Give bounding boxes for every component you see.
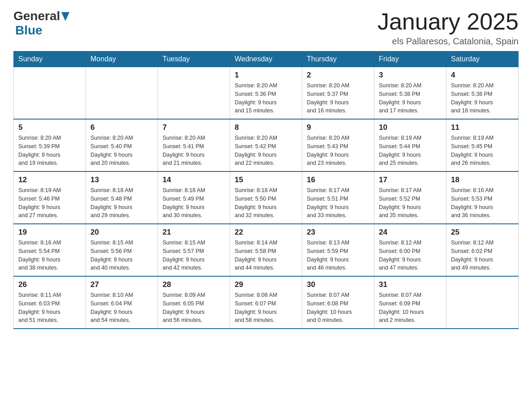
day-info: Sunrise: 8:20 AM Sunset: 5:37 PM Dayligh… — [307, 81, 369, 115]
calendar-week-0: 1Sunrise: 8:20 AM Sunset: 5:36 PM Daylig… — [14, 67, 519, 120]
day-info: Sunrise: 8:20 AM Sunset: 5:38 PM Dayligh… — [379, 81, 442, 115]
day-number: 29 — [235, 280, 297, 289]
day-number: 17 — [379, 176, 442, 184]
calendar-title: January 2025 — [378, 9, 519, 34]
header-cell-saturday: Saturday — [446, 51, 519, 67]
calendar-cell — [446, 276, 519, 329]
calendar-cell: 4Sunrise: 8:20 AM Sunset: 5:38 PM Daylig… — [446, 67, 519, 120]
day-number: 31 — [379, 280, 442, 289]
day-info: Sunrise: 8:08 AM Sunset: 6:07 PM Dayligh… — [235, 291, 297, 325]
logo: General Blue — [13, 9, 69, 38]
calendar-cell: 29Sunrise: 8:08 AM Sunset: 6:07 PM Dayli… — [230, 276, 302, 329]
day-info: Sunrise: 8:19 AM Sunset: 5:45 PM Dayligh… — [451, 134, 514, 167]
calendar-table: SundayMondayTuesdayWednesdayThursdayFrid… — [13, 51, 519, 329]
day-info: Sunrise: 8:14 AM Sunset: 5:58 PM Dayligh… — [235, 239, 297, 272]
day-number: 26 — [18, 280, 81, 289]
calendar-cell: 28Sunrise: 8:09 AM Sunset: 6:05 PM Dayli… — [158, 276, 230, 329]
header-cell-friday: Friday — [374, 51, 446, 67]
day-number: 11 — [451, 123, 514, 132]
day-info: Sunrise: 8:20 AM Sunset: 5:36 PM Dayligh… — [235, 81, 297, 115]
day-number: 6 — [90, 123, 153, 132]
calendar-cell: 19Sunrise: 8:16 AM Sunset: 5:54 PM Dayli… — [14, 224, 86, 276]
day-info: Sunrise: 8:19 AM Sunset: 5:46 PM Dayligh… — [18, 186, 81, 220]
day-info: Sunrise: 8:15 AM Sunset: 5:57 PM Dayligh… — [163, 239, 225, 272]
day-info: Sunrise: 8:19 AM Sunset: 5:44 PM Dayligh… — [379, 134, 442, 167]
calendar-cell: 3Sunrise: 8:20 AM Sunset: 5:38 PM Daylig… — [374, 67, 446, 120]
calendar-cell: 15Sunrise: 8:18 AM Sunset: 5:50 PM Dayli… — [230, 171, 302, 224]
calendar-cell: 8Sunrise: 8:20 AM Sunset: 5:42 PM Daylig… — [230, 119, 302, 171]
calendar-cell: 22Sunrise: 8:14 AM Sunset: 5:58 PM Dayli… — [230, 224, 302, 276]
day-info: Sunrise: 8:18 AM Sunset: 5:50 PM Dayligh… — [235, 186, 297, 220]
day-number: 24 — [379, 228, 442, 237]
calendar-cell: 9Sunrise: 8:20 AM Sunset: 5:43 PM Daylig… — [302, 119, 374, 171]
calendar-header: SundayMondayTuesdayWednesdayThursdayFrid… — [14, 51, 519, 67]
logo-arrow-icon — [61, 12, 69, 23]
header-cell-thursday: Thursday — [302, 51, 374, 67]
day-number: 5 — [18, 123, 81, 132]
day-number: 19 — [18, 228, 81, 237]
calendar-week-4: 26Sunrise: 8:11 AM Sunset: 6:03 PM Dayli… — [14, 276, 519, 329]
calendar-cell: 5Sunrise: 8:20 AM Sunset: 5:39 PM Daylig… — [14, 119, 86, 171]
day-info: Sunrise: 8:20 AM Sunset: 5:38 PM Dayligh… — [451, 81, 514, 115]
calendar-cell — [86, 67, 158, 120]
day-info: Sunrise: 8:07 AM Sunset: 6:09 PM Dayligh… — [379, 291, 442, 325]
day-number: 12 — [18, 176, 81, 184]
calendar-cell: 30Sunrise: 8:07 AM Sunset: 6:08 PM Dayli… — [302, 276, 374, 329]
calendar-week-3: 19Sunrise: 8:16 AM Sunset: 5:54 PM Dayli… — [14, 224, 519, 276]
calendar-cell: 21Sunrise: 8:15 AM Sunset: 5:57 PM Dayli… — [158, 224, 230, 276]
header-row: SundayMondayTuesdayWednesdayThursdayFrid… — [14, 51, 519, 67]
calendar-cell: 27Sunrise: 8:10 AM Sunset: 6:04 PM Dayli… — [86, 276, 158, 329]
day-number: 8 — [235, 123, 297, 132]
day-number: 15 — [235, 176, 297, 184]
day-info: Sunrise: 8:09 AM Sunset: 6:05 PM Dayligh… — [163, 291, 225, 325]
calendar-cell: 24Sunrise: 8:12 AM Sunset: 6:00 PM Dayli… — [374, 224, 446, 276]
header-cell-monday: Monday — [86, 51, 158, 67]
day-info: Sunrise: 8:11 AM Sunset: 6:03 PM Dayligh… — [18, 291, 81, 325]
calendar-cell: 10Sunrise: 8:19 AM Sunset: 5:44 PM Dayli… — [374, 119, 446, 171]
day-info: Sunrise: 8:20 AM Sunset: 5:41 PM Dayligh… — [163, 134, 225, 167]
day-info: Sunrise: 8:12 AM Sunset: 6:02 PM Dayligh… — [451, 239, 514, 272]
day-info: Sunrise: 8:13 AM Sunset: 5:59 PM Dayligh… — [307, 239, 369, 272]
day-info: Sunrise: 8:15 AM Sunset: 5:56 PM Dayligh… — [90, 239, 153, 272]
calendar-cell: 25Sunrise: 8:12 AM Sunset: 6:02 PM Dayli… — [446, 224, 519, 276]
day-number: 7 — [163, 123, 225, 132]
day-number: 21 — [163, 228, 225, 237]
logo-blue-text: Blue — [15, 23, 43, 38]
calendar-cell: 11Sunrise: 8:19 AM Sunset: 5:45 PM Dayli… — [446, 119, 519, 171]
day-info: Sunrise: 8:18 AM Sunset: 5:48 PM Dayligh… — [90, 186, 153, 220]
day-number: 1 — [235, 71, 297, 80]
day-number: 16 — [307, 176, 369, 184]
header-cell-tuesday: Tuesday — [158, 51, 230, 67]
calendar-cell: 18Sunrise: 8:16 AM Sunset: 5:53 PM Dayli… — [446, 171, 519, 224]
day-number: 13 — [90, 176, 153, 184]
calendar-cell: 17Sunrise: 8:17 AM Sunset: 5:52 PM Dayli… — [374, 171, 446, 224]
calendar-cell — [158, 67, 230, 120]
calendar-cell: 1Sunrise: 8:20 AM Sunset: 5:36 PM Daylig… — [230, 67, 302, 120]
calendar-cell: 23Sunrise: 8:13 AM Sunset: 5:59 PM Dayli… — [302, 224, 374, 276]
day-number: 20 — [90, 228, 153, 237]
calendar-week-2: 12Sunrise: 8:19 AM Sunset: 5:46 PM Dayli… — [14, 171, 519, 224]
calendar-cell — [14, 67, 86, 120]
calendar-cell: 13Sunrise: 8:18 AM Sunset: 5:48 PM Dayli… — [86, 171, 158, 224]
day-number: 2 — [307, 71, 369, 80]
day-number: 23 — [307, 228, 369, 237]
day-info: Sunrise: 8:17 AM Sunset: 5:52 PM Dayligh… — [379, 186, 442, 220]
day-info: Sunrise: 8:20 AM Sunset: 5:42 PM Dayligh… — [235, 134, 297, 167]
day-number: 9 — [307, 123, 369, 132]
calendar-subtitle: els Pallaresos, Catalonia, Spain — [378, 36, 519, 47]
day-number: 27 — [90, 280, 153, 289]
day-info: Sunrise: 8:17 AM Sunset: 5:51 PM Dayligh… — [307, 186, 369, 220]
day-number: 25 — [451, 228, 514, 237]
day-info: Sunrise: 8:07 AM Sunset: 6:08 PM Dayligh… — [307, 291, 369, 325]
calendar-cell: 7Sunrise: 8:20 AM Sunset: 5:41 PM Daylig… — [158, 119, 230, 171]
day-number: 10 — [379, 123, 442, 132]
calendar-week-1: 5Sunrise: 8:20 AM Sunset: 5:39 PM Daylig… — [14, 119, 519, 171]
logo-general-text: General — [13, 9, 60, 23]
day-number: 3 — [379, 71, 442, 80]
day-info: Sunrise: 8:12 AM Sunset: 6:00 PM Dayligh… — [379, 239, 442, 272]
day-info: Sunrise: 8:16 AM Sunset: 5:53 PM Dayligh… — [451, 186, 514, 220]
calendar-cell: 31Sunrise: 8:07 AM Sunset: 6:09 PM Dayli… — [374, 276, 446, 329]
day-info: Sunrise: 8:20 AM Sunset: 5:43 PM Dayligh… — [307, 134, 369, 167]
page-header: General Blue January 2025 els Pallaresos… — [13, 9, 519, 47]
header-cell-wednesday: Wednesday — [230, 51, 302, 67]
